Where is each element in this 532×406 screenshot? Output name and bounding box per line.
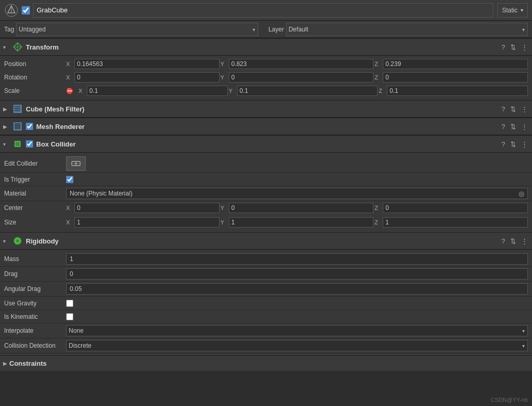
size-y-input[interactable]: [229, 217, 374, 228]
is-trigger-checkbox[interactable]: [66, 176, 73, 183]
rigidbody-header-icons: ? ⇅ ⋮: [500, 237, 529, 245]
transform-help-btn[interactable]: ?: [500, 43, 506, 51]
size-z-field: Z: [374, 217, 528, 228]
rotation-row: Rotation X Y Z: [0, 71, 532, 84]
material-label: Material: [4, 190, 66, 197]
scale-x-input[interactable]: [87, 86, 228, 96]
angular-drag-input[interactable]: [66, 283, 528, 295]
position-y-input[interactable]: [229, 59, 374, 69]
mesh-filter-icon: [12, 104, 23, 114]
rigidbody-icon: [12, 236, 23, 246]
interpolate-select[interactable]: None Interpolate Extrapolate: [66, 325, 528, 336]
rotation-y-label: Y: [221, 74, 228, 80]
scale-y-input[interactable]: [237, 86, 378, 96]
drag-input[interactable]: [66, 268, 528, 280]
position-xyz-fields: X Y Z: [66, 59, 528, 69]
scale-xyz-fields: X Y Z: [79, 86, 528, 96]
mesh-renderer-icon: [12, 121, 23, 132]
material-target-btn[interactable]: ◎: [519, 190, 524, 198]
edit-collider-row: Edit Collider: [0, 155, 532, 173]
tag-label: Tag: [4, 26, 14, 33]
mesh-renderer-header: ▶ Mesh Renderer ? ⇅ ⋮: [0, 118, 532, 135]
rotation-x-field: X: [66, 72, 220, 83]
material-field: None (Physic Material) ◎: [66, 188, 528, 199]
angular-drag-label: Angular Drag: [4, 285, 66, 293]
transform-section-title: Transform: [26, 43, 500, 51]
center-z-input[interactable]: [383, 203, 528, 213]
transform-sliders-btn[interactable]: ⇅: [509, 43, 517, 51]
size-x-label: X: [66, 219, 73, 225]
mesh-renderer-help-btn[interactable]: ?: [500, 123, 506, 131]
scale-lock-icon[interactable]: ⛔: [66, 88, 76, 94]
center-y-input[interactable]: [229, 203, 374, 213]
center-xyz-fields: X Y Z: [66, 203, 528, 213]
collision-detection-row: Collision Detection Discrete Continuous …: [0, 338, 532, 353]
transform-content: Position X Y Z Rotation X Y: [0, 56, 532, 100]
box-collider-checkbox[interactable]: [26, 140, 33, 148]
interpolate-row: Interpolate None Interpolate Extrapolate: [0, 323, 532, 338]
rotation-y-input[interactable]: [229, 72, 374, 83]
transform-more-btn[interactable]: ⋮: [520, 43, 529, 51]
material-row: Material None (Physic Material) ◎: [0, 186, 532, 201]
mesh-renderer-chevron[interactable]: ▶: [3, 124, 11, 129]
box-collider-sliders-btn[interactable]: ⇅: [509, 140, 517, 148]
static-dropdown-arrow: ▾: [521, 7, 523, 13]
size-z-input[interactable]: [383, 217, 528, 228]
scale-y-label: Y: [229, 88, 236, 94]
use-gravity-checkbox[interactable]: [66, 300, 73, 307]
interpolate-label: Interpolate: [4, 327, 66, 334]
transform-header-icons: ? ⇅ ⋮: [500, 43, 529, 51]
box-collider-icon: [12, 139, 23, 149]
rigidbody-help-btn[interactable]: ?: [500, 237, 506, 245]
position-row: Position X Y Z: [0, 58, 532, 70]
box-collider-chevron[interactable]: ▾: [3, 141, 11, 147]
mesh-filter-more-btn[interactable]: ⋮: [520, 105, 529, 113]
rotation-x-input[interactable]: [74, 72, 220, 83]
scale-z-input[interactable]: [387, 86, 528, 96]
rotation-z-input[interactable]: [383, 72, 528, 83]
collision-detection-select[interactable]: Discrete Continuous Continuous Dynamic: [66, 340, 528, 351]
position-x-field: X: [66, 59, 220, 69]
mesh-filter-help-btn[interactable]: ?: [500, 105, 506, 113]
rigidbody-chevron[interactable]: ▾: [3, 238, 11, 244]
mesh-renderer-checkbox[interactable]: [26, 123, 33, 130]
mesh-filter-sliders-btn[interactable]: ⇅: [509, 105, 517, 113]
box-collider-header: ▾ Box Collider ? ⇅ ⋮: [0, 135, 532, 153]
mass-row: Mass: [0, 252, 532, 267]
constraints-header: ▶ Constraints: [0, 355, 532, 371]
transform-chevron[interactable]: ▾: [3, 44, 11, 50]
unity-logo: [4, 3, 19, 18]
drag-row: Drag: [0, 267, 532, 282]
position-z-input[interactable]: [383, 59, 528, 69]
rigidbody-more-btn[interactable]: ⋮: [520, 237, 529, 245]
rigidbody-sliders-btn[interactable]: ⇅: [509, 237, 517, 245]
static-button[interactable]: Static ▾: [497, 3, 528, 18]
mesh-renderer-more-btn[interactable]: ⋮: [520, 123, 529, 131]
edit-collider-button[interactable]: [66, 156, 86, 171]
mesh-filter-chevron[interactable]: ▶: [3, 106, 11, 112]
box-collider-more-btn[interactable]: ⋮: [520, 140, 529, 148]
size-label: Size: [4, 219, 66, 226]
object-active-checkbox[interactable]: [22, 6, 30, 14]
top-bar: Static ▾: [0, 0, 532, 21]
mesh-renderer-sliders-btn[interactable]: ⇅: [509, 123, 517, 131]
center-y-field: Y: [221, 203, 374, 213]
position-x-input[interactable]: [74, 59, 220, 69]
center-x-input[interactable]: [74, 203, 220, 213]
size-row: Size X Y Z: [0, 216, 532, 229]
center-z-field: Z: [374, 203, 528, 213]
is-kinematic-checkbox[interactable]: [66, 313, 73, 320]
object-name-input[interactable]: [33, 3, 493, 18]
edit-collider-label: Edit Collider: [4, 160, 66, 167]
box-collider-help-btn[interactable]: ?: [500, 140, 506, 148]
position-z-field: Z: [374, 59, 528, 69]
size-z-label: Z: [374, 219, 382, 225]
rotation-label: Rotation: [4, 74, 66, 81]
layer-select[interactable]: Default: [286, 23, 528, 36]
constraints-chevron[interactable]: ▶: [3, 361, 7, 366]
size-x-input[interactable]: [74, 217, 220, 228]
scale-x-label: X: [79, 88, 86, 94]
size-y-label: Y: [221, 219, 228, 225]
tag-select[interactable]: Untagged: [16, 23, 258, 36]
mass-input[interactable]: [66, 253, 528, 265]
